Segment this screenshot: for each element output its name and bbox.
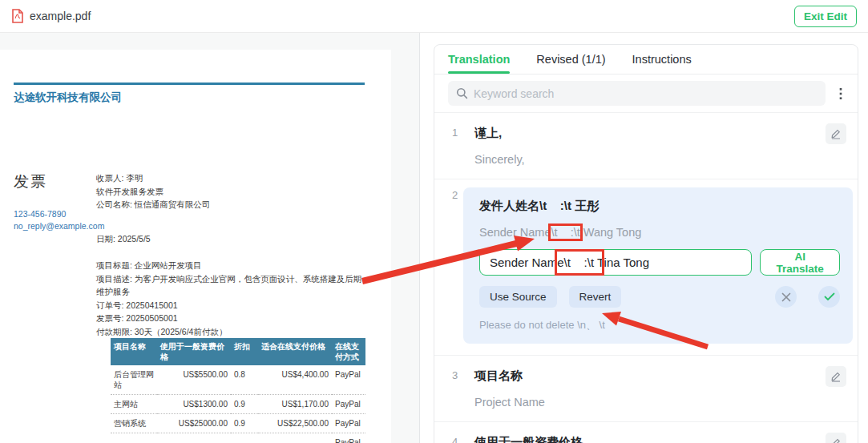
tab-revised[interactable]: Revised (1/1): [536, 45, 605, 74]
segment-row[interactable]: 4 使用于一般资费价格: [434, 422, 858, 443]
more-options-icon[interactable]: [832, 85, 850, 103]
translation-card: Translation Revised (1/1) Instructions: [434, 44, 858, 443]
translation-input-row: AI Translate: [479, 249, 840, 276]
table-cell: US$4,400.00: [258, 365, 332, 395]
table-cell: 0.9: [231, 395, 258, 414]
pdf-header-rule: [14, 83, 365, 85]
translation-panel: Translation Revised (1/1) Instructions: [419, 33, 868, 443]
segment-target: Project Name: [474, 396, 846, 409]
pdf-project-desc: 项目描述: 为客户开发响应式企业官网，包含页面设计、系统搭建及后期维护服务: [96, 272, 369, 299]
pdf-invoice-no: 发票号: 20250505001: [96, 312, 369, 325]
pdf-file-icon: [11, 9, 24, 23]
table-header-row: 项目名称 使用于一般资费价格 折扣 适合在线支付价格 在线支付方式: [111, 338, 365, 365]
table-row: 主网站 US$1300.00 0.9 US$1,170.00 PayPal: [111, 395, 365, 414]
pdf-email: no_reply@example.com: [14, 220, 104, 232]
pdf-phone: 123-456-7890: [14, 208, 104, 220]
table-cell: PayPal: [332, 414, 365, 433]
table-cell: [231, 433, 258, 443]
pdf-date: 日期: 2025/5/5: [96, 232, 369, 246]
topbar: example.pdf Exit Edit: [0, 0, 868, 33]
table-header: 在线支付方式: [332, 338, 365, 365]
search-input-wrapper: [448, 81, 826, 106]
tab-instructions[interactable]: Instructions: [632, 45, 692, 74]
table-cell: PayPal: [332, 395, 365, 414]
segment-number: 2: [452, 189, 458, 201]
table-cell: PayPal: [332, 433, 365, 443]
confirm-button[interactable]: [818, 286, 840, 308]
table-cell: [258, 433, 332, 443]
translation-input[interactable]: [479, 249, 752, 276]
target-prefix: Sender Name: [479, 226, 551, 239]
table-cell: US$1300.00: [157, 395, 231, 414]
table-header: 使用于一般资费价格: [157, 338, 231, 365]
tab-bar: Translation Revised (1/1) Instructions: [434, 45, 858, 75]
table-cell: 主网站: [111, 395, 157, 414]
segment-source: 谨上,: [474, 126, 846, 141]
pdf-project-block: 项目标题: 企业网站开发项目 项目描述: 为客户开发响应式企业官网，包含页面设计…: [96, 259, 369, 338]
pdf-preview-pane: 达途软开科技有限公司 发票 123-456-7890 no_reply@exam…: [0, 33, 419, 443]
segment-row[interactable]: 1 谨上, Sincerely,: [434, 113, 858, 179]
segment-source: 项目名称: [474, 368, 846, 384]
table-cell: US$5500.00: [157, 365, 231, 395]
pdf-company-line: 公司名称: 恒信通商贸有限公司: [96, 198, 369, 211]
search-input[interactable]: [474, 87, 818, 100]
pdf-page: 达途软开科技有限公司 发票 123-456-7890 no_reply@exam…: [0, 50, 391, 443]
segment-target: Sincerely,: [474, 153, 846, 166]
main-content: 达途软开科技有限公司 发票 123-456-7890 no_reply@exam…: [0, 33, 868, 443]
segment-source: 发件人姓名\t :\t 王彤: [479, 199, 840, 214]
table-cell: 0.8: [231, 365, 258, 395]
pdf-invoice-type: 软件开发服务发票: [96, 185, 369, 199]
search-row: [434, 75, 858, 113]
pdf-invoice-title: 发票: [14, 171, 47, 192]
edit-segment-button[interactable]: [826, 366, 846, 387]
table-cell: US$25000.00: [157, 414, 231, 433]
table-cell: [157, 433, 231, 443]
table-row: PayPal: [111, 433, 365, 443]
segment-row-active[interactable]: 2 发件人姓名\t :\t 王彤 Sender Name\t :\t Wang …: [434, 179, 858, 356]
segment-number: 4: [452, 436, 458, 443]
table-cell: [111, 433, 157, 443]
check-icon: [824, 292, 835, 301]
table-row: 后台管理网站 US$5500.00 0.8 US$4,400.00 PayPal: [111, 365, 365, 395]
table-cell: 后台管理网站: [111, 365, 157, 395]
search-icon: [456, 87, 468, 99]
file-info: example.pdf: [11, 9, 91, 23]
table-cell: 0.9: [231, 414, 258, 433]
translation-input-wrapper: [479, 249, 752, 276]
pdf-items-table: 项目名称 使用于一般资费价格 折扣 适合在线支付价格 在线支付方式 后台管理网站…: [111, 338, 365, 443]
table-header: 项目名称: [111, 338, 157, 365]
ai-translate-button[interactable]: AI Translate: [760, 249, 840, 276]
pdf-contact-block: 123-456-7890 no_reply@example.com: [14, 208, 104, 232]
exit-edit-button[interactable]: Exit Edit: [794, 6, 857, 27]
target-suffix: Wang Tong: [580, 226, 642, 239]
table-cell: US$1,170.00: [258, 395, 332, 414]
tab-translation[interactable]: Translation: [448, 45, 510, 74]
use-source-button[interactable]: Use Source: [479, 286, 557, 308]
segment-row[interactable]: 3 项目名称 Project Name: [434, 356, 858, 422]
pdf-order-no: 订单号: 20250415001: [96, 299, 369, 312]
cancel-button[interactable]: [775, 286, 797, 308]
table-cell: PayPal: [332, 365, 365, 395]
segment-number: 1: [452, 127, 458, 139]
table-cell: US$22,500.00: [258, 414, 332, 433]
revert-button[interactable]: Revert: [569, 286, 622, 308]
pdf-company-name: 达途软开科技有限公司: [14, 91, 122, 105]
segment-target: Sender Name\t :\t Wang Tong: [479, 226, 840, 239]
edit-hint-text: Please do not delete \n、 \t: [479, 318, 840, 332]
segment-actions-row: Use Source Revert: [479, 286, 840, 308]
pdf-meta-block: 收票人: 李明 软件开发服务发票 公司名称: 恒信通商贸有限公司 日期: 202…: [96, 171, 369, 338]
pdf-recipient: 收票人: 李明: [96, 171, 369, 185]
close-icon: [781, 292, 791, 302]
edit-segment-button[interactable]: [826, 123, 846, 144]
segment-source: 使用于一般资费价格: [474, 435, 846, 443]
edit-segment-button[interactable]: [826, 433, 846, 443]
table-header: 折扣: [231, 338, 258, 365]
table-cell: 营销系统: [111, 414, 157, 433]
pdf-project-title: 项目标题: 企业网站开发项目: [96, 259, 369, 272]
segment-edit-box: 发件人姓名\t :\t 王彤 Sender Name\t :\t Wang To…: [463, 187, 853, 344]
annotation-red-box: \t :\t: [551, 226, 579, 239]
file-name: example.pdf: [30, 10, 91, 22]
table-row: 营销系统 US$25000.00 0.9 US$22,500.00 PayPal: [111, 414, 365, 433]
pdf-payment-term: 付款期限: 30天（2025/6/4前付款）: [96, 325, 369, 339]
segment-number: 3: [452, 369, 458, 381]
